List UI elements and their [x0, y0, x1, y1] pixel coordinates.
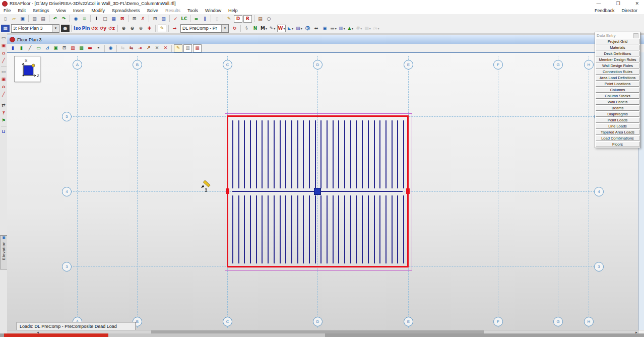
joist-member[interactable] [244, 120, 245, 188]
menu-director[interactable]: Director [618, 8, 641, 13]
menu-edit[interactable]: Edit [15, 8, 30, 13]
data-entry-point-locations[interactable]: Point Locations [596, 81, 639, 87]
draw-deck-icon[interactable]: ▣ [51, 45, 60, 52]
load-combination-icon[interactable]: LC [180, 15, 188, 23]
zoom-select-icon[interactable]: ▣ [320, 25, 329, 32]
menu-settings[interactable]: Settings [29, 8, 53, 13]
member-query-icon[interactable]: ? [1, 110, 7, 116]
columns-view-icon[interactable]: ▥ [159, 15, 168, 23]
node-labels-icon[interactable]: N [251, 25, 260, 32]
joist-member[interactable] [250, 195, 251, 263]
modify-columns-icon[interactable]: ▣ [1, 76, 7, 83]
data-entry-deck-definitions[interactable]: Deck Definitions [596, 51, 639, 56]
joist-member[interactable] [274, 195, 275, 263]
delete-items-icon[interactable]: ✕ [161, 45, 170, 52]
solve-flag-icon[interactable]: ⚑ [1, 117, 7, 124]
joist-member[interactable] [338, 195, 339, 263]
joist-member[interactable] [368, 120, 369, 188]
load-case-select[interactable]: DL PreComp - Pr ▼ [180, 24, 229, 33]
distance-measure-icon[interactable]: ↔ [312, 25, 320, 32]
joist-member[interactable] [291, 120, 292, 188]
joist-member[interactable] [232, 120, 233, 188]
blue-bars-icon[interactable]: ‖ [201, 15, 209, 23]
draw-polygon-icon[interactable]: ⊿ [43, 45, 51, 52]
joist-member[interactable] [397, 120, 398, 188]
joist-member[interactable] [297, 195, 298, 263]
design-d-icon[interactable]: D [234, 15, 242, 23]
restore-button[interactable]: ❒ [616, 1, 620, 6]
copy-icon[interactable]: ▥ [30, 15, 39, 23]
wall-edge-handle[interactable] [406, 188, 410, 194]
joist-member[interactable] [250, 120, 251, 188]
slider-display-icon[interactable]: ▬▾ [329, 25, 338, 32]
menu-modify[interactable]: Modify [88, 8, 108, 13]
draw-options-icon[interactable]: ✎▾ [268, 25, 277, 32]
menu-results[interactable]: Results [162, 8, 184, 13]
floor-plan-window-titlebar[interactable]: Floor Plan 3 [7, 35, 644, 44]
units-icon[interactable]: ≡ [80, 15, 89, 23]
report-editor-icon[interactable]: ✎ [225, 15, 233, 23]
new-document-icon[interactable]: ▯ [1, 15, 10, 23]
data-entry-connection-rules[interactable]: Connection Rules [596, 69, 639, 75]
draw-node-icon[interactable]: • [94, 45, 103, 52]
joist-member[interactable] [403, 120, 404, 188]
help-book-icon[interactable]: ▤ [256, 15, 265, 23]
globe-icon[interactable]: ◉ [72, 15, 80, 23]
modify-walls-icon[interactable]: ⌂ [1, 84, 7, 90]
joist-member[interactable] [291, 195, 292, 263]
open-folder-icon[interactable]: ▱ [10, 15, 18, 23]
joist-member[interactable] [320, 195, 321, 263]
equal-spacing-icon[interactable]: = [192, 15, 201, 23]
floor-window-icon[interactable]: ▦ [1, 25, 10, 32]
menu-spreadsheets[interactable]: Spreadsheets [108, 8, 144, 13]
beam-section-icon[interactable]: Ι [92, 15, 101, 23]
spreadsheet-icon[interactable]: ⊞ [130, 15, 139, 23]
draw-braces-icon[interactable]: ╱ [1, 57, 7, 64]
trim-extend-icon[interactable]: ⇄ [1, 102, 7, 109]
joist-member[interactable] [374, 195, 375, 263]
delete-thin-icon[interactable]: ✕ [153, 45, 161, 52]
joist-member[interactable] [285, 195, 286, 263]
menu-file[interactable]: File [0, 8, 15, 13]
joist-member[interactable] [374, 120, 375, 188]
wall-edge-handle[interactable] [226, 188, 229, 194]
draw-column-blue-icon[interactable]: ▮ [9, 45, 17, 52]
joist-member[interactable] [309, 195, 310, 263]
data-entry-wall-design-rules[interactable]: Wall Design Rules [596, 63, 639, 69]
data-entry-point-loads[interactable]: Point Loads [596, 117, 639, 123]
search-icon[interactable]: ○ [265, 15, 273, 23]
reverse-loads-icon[interactable]: ↻ [230, 25, 239, 32]
data-entry-area-load-definitions[interactable]: Area Load Definitions [596, 75, 639, 81]
member-labels-icon[interactable]: M▾ [260, 25, 268, 32]
modify-beams-icon[interactable]: ▭ [1, 69, 7, 75]
close-button[interactable]: ✕ [635, 1, 639, 6]
menu-solve[interactable]: Solve [144, 8, 162, 13]
lock-open-icon[interactable]: ⊔ [1, 128, 7, 135]
menu-insert[interactable]: Insert [70, 8, 88, 13]
joist-member[interactable] [327, 120, 328, 188]
snap-settings-icon[interactable]: Ⓢ [303, 25, 312, 32]
data-entry-floors[interactable]: Floors [596, 142, 639, 147]
solve-lightning-icon[interactable]: ϟ [242, 25, 251, 32]
joist-member[interactable] [262, 120, 263, 188]
menu-feedback[interactable]: Feedback [591, 8, 618, 13]
menu-help[interactable]: Help [225, 8, 241, 13]
joist-member[interactable] [403, 195, 404, 263]
draw-beams-icon[interactable]: ▭ [1, 35, 7, 41]
zoom-out-icon[interactable]: ⊖ [128, 25, 137, 32]
split-view-icon[interactable]: ▥ [183, 44, 192, 52]
menu-window[interactable]: Window [202, 8, 225, 13]
joist-member[interactable] [238, 195, 239, 263]
rotate-x-icon[interactable]: ↺x [90, 25, 99, 32]
joist-member[interactable] [280, 120, 281, 188]
save-icon[interactable]: ▣ [18, 15, 27, 23]
apply-loads-icon[interactable]: → [170, 25, 179, 32]
joist-member[interactable] [392, 195, 393, 263]
joist-member[interactable] [238, 120, 239, 188]
data-entry-beams[interactable]: Beams [596, 105, 639, 111]
draw-hatch-area-icon[interactable]: ▨ [69, 45, 77, 52]
joist-member[interactable] [256, 120, 257, 188]
joist-member[interactable] [350, 120, 351, 188]
design-r-icon[interactable]: R [243, 15, 252, 23]
data-entry-member-design-rules[interactable]: Member Design Rules [596, 57, 639, 62]
